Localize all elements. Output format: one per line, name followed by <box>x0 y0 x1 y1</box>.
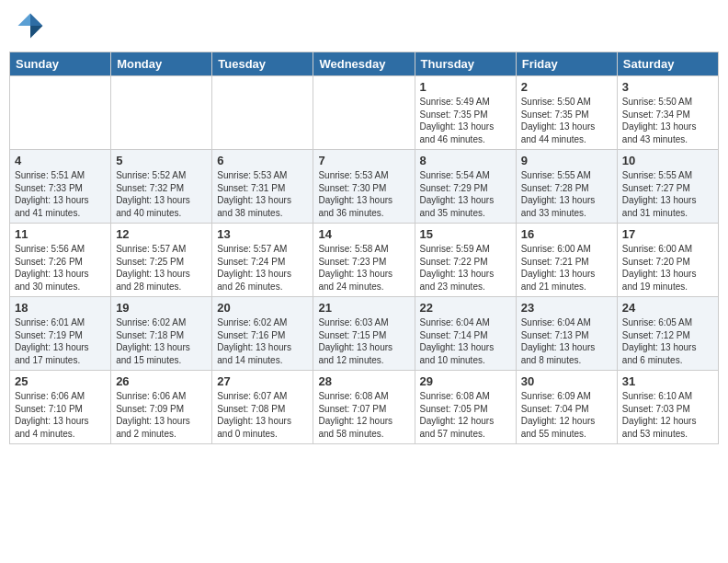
calendar-cell: 28Sunrise: 6:08 AM Sunset: 7:07 PM Dayli… <box>313 371 415 444</box>
day-number: 24 <box>622 301 713 315</box>
day-number: 12 <box>116 227 207 241</box>
day-number: 16 <box>521 227 612 241</box>
day-number: 5 <box>116 154 207 167</box>
calendar-table: SundayMondayTuesdayWednesdayThursdayFrid… <box>9 52 719 444</box>
calendar-cell: 31Sunrise: 6:10 AM Sunset: 7:03 PM Dayli… <box>617 371 718 444</box>
day-number: 14 <box>318 227 409 241</box>
logo <box>14 9 51 42</box>
logo-icon <box>14 9 47 42</box>
day-number: 31 <box>622 374 713 388</box>
calendar-cell: 5Sunrise: 5:52 AM Sunset: 7:32 PM Daylig… <box>111 150 212 224</box>
calendar-cell: 30Sunrise: 6:09 AM Sunset: 7:04 PM Dayli… <box>516 371 617 444</box>
day-number: 26 <box>116 374 207 388</box>
day-number: 2 <box>521 80 612 94</box>
day-number: 29 <box>420 374 511 388</box>
day-number: 20 <box>217 301 308 315</box>
calendar-cell: 10Sunrise: 5:55 AM Sunset: 7:27 PM Dayli… <box>617 150 718 224</box>
calendar-cell: 1Sunrise: 5:49 AM Sunset: 7:35 PM Daylig… <box>415 76 516 150</box>
day-number: 22 <box>420 301 511 315</box>
day-info: Sunrise: 5:56 AM Sunset: 7:26 PM Dayligh… <box>15 243 106 293</box>
day-info: Sunrise: 5:57 AM Sunset: 7:25 PM Dayligh… <box>116 243 207 293</box>
day-info: Sunrise: 6:02 AM Sunset: 7:18 PM Dayligh… <box>116 316 207 366</box>
calendar-cell: 24Sunrise: 6:05 AM Sunset: 7:12 PM Dayli… <box>617 297 718 371</box>
svg-marker-1 <box>18 14 31 27</box>
day-info: Sunrise: 6:06 AM Sunset: 7:10 PM Dayligh… <box>15 390 106 440</box>
day-info: Sunrise: 6:09 AM Sunset: 7:04 PM Dayligh… <box>521 390 612 440</box>
day-info: Sunrise: 6:00 AM Sunset: 7:21 PM Dayligh… <box>521 243 612 293</box>
day-info: Sunrise: 6:04 AM Sunset: 7:14 PM Dayligh… <box>420 316 511 366</box>
day-info: Sunrise: 6:01 AM Sunset: 7:19 PM Dayligh… <box>15 316 106 366</box>
day-info: Sunrise: 5:52 AM Sunset: 7:32 PM Dayligh… <box>116 169 207 219</box>
calendar-cell <box>111 76 212 150</box>
day-info: Sunrise: 5:57 AM Sunset: 7:24 PM Dayligh… <box>217 243 308 293</box>
calendar-week-row: 25Sunrise: 6:06 AM Sunset: 7:10 PM Dayli… <box>10 371 719 444</box>
day-number: 11 <box>15 227 106 241</box>
day-info: Sunrise: 5:51 AM Sunset: 7:33 PM Dayligh… <box>15 169 106 219</box>
calendar-cell: 4Sunrise: 5:51 AM Sunset: 7:33 PM Daylig… <box>10 150 111 224</box>
day-info: Sunrise: 6:02 AM Sunset: 7:16 PM Dayligh… <box>217 316 308 366</box>
day-number: 17 <box>622 227 713 241</box>
day-number: 21 <box>318 301 409 315</box>
calendar-cell: 26Sunrise: 6:06 AM Sunset: 7:09 PM Dayli… <box>111 371 212 444</box>
day-info: Sunrise: 5:53 AM Sunset: 7:31 PM Dayligh… <box>217 169 308 219</box>
calendar-cell <box>212 76 313 150</box>
calendar-cell: 6Sunrise: 5:53 AM Sunset: 7:31 PM Daylig… <box>212 150 313 224</box>
calendar-cell: 18Sunrise: 6:01 AM Sunset: 7:19 PM Dayli… <box>10 297 111 371</box>
day-info: Sunrise: 5:54 AM Sunset: 7:29 PM Dayligh… <box>420 169 511 219</box>
weekday-header-saturday: Saturday <box>617 52 718 76</box>
day-info: Sunrise: 6:03 AM Sunset: 7:15 PM Dayligh… <box>318 316 409 366</box>
calendar-cell: 12Sunrise: 5:57 AM Sunset: 7:25 PM Dayli… <box>111 224 212 297</box>
calendar-cell: 17Sunrise: 6:00 AM Sunset: 7:20 PM Dayli… <box>617 224 718 297</box>
weekday-header-sunday: Sunday <box>10 52 111 76</box>
calendar-cell: 25Sunrise: 6:06 AM Sunset: 7:10 PM Dayli… <box>10 371 111 444</box>
day-number: 3 <box>622 80 713 94</box>
day-info: Sunrise: 5:55 AM Sunset: 7:27 PM Dayligh… <box>622 169 713 219</box>
day-info: Sunrise: 5:55 AM Sunset: 7:28 PM Dayligh… <box>521 169 612 219</box>
calendar-cell <box>313 76 415 150</box>
day-info: Sunrise: 6:05 AM Sunset: 7:12 PM Dayligh… <box>622 316 713 366</box>
day-info: Sunrise: 6:00 AM Sunset: 7:20 PM Dayligh… <box>622 243 713 293</box>
calendar-cell: 11Sunrise: 5:56 AM Sunset: 7:26 PM Dayli… <box>10 224 111 297</box>
day-number: 30 <box>521 374 612 388</box>
day-info: Sunrise: 5:58 AM Sunset: 7:23 PM Dayligh… <box>318 243 409 293</box>
calendar-week-row: 11Sunrise: 5:56 AM Sunset: 7:26 PM Dayli… <box>10 224 719 297</box>
day-number: 7 <box>318 154 409 167</box>
calendar-week-row: 1Sunrise: 5:49 AM Sunset: 7:35 PM Daylig… <box>10 76 719 150</box>
calendar-cell: 15Sunrise: 5:59 AM Sunset: 7:22 PM Dayli… <box>415 224 516 297</box>
day-number: 25 <box>15 374 106 388</box>
day-info: Sunrise: 6:08 AM Sunset: 7:07 PM Dayligh… <box>318 390 409 440</box>
day-info: Sunrise: 6:10 AM Sunset: 7:03 PM Dayligh… <box>622 390 713 440</box>
calendar-cell: 22Sunrise: 6:04 AM Sunset: 7:14 PM Dayli… <box>415 297 516 371</box>
day-number: 10 <box>622 154 713 167</box>
day-number: 18 <box>15 301 106 315</box>
weekday-header-friday: Friday <box>516 52 617 76</box>
weekday-header-monday: Monday <box>111 52 212 76</box>
weekday-header-tuesday: Tuesday <box>212 52 313 76</box>
calendar-cell: 21Sunrise: 6:03 AM Sunset: 7:15 PM Dayli… <box>313 297 415 371</box>
day-number: 19 <box>116 301 207 315</box>
day-number: 23 <box>521 301 612 315</box>
calendar-cell: 9Sunrise: 5:55 AM Sunset: 7:28 PM Daylig… <box>516 150 617 224</box>
calendar-cell: 20Sunrise: 6:02 AM Sunset: 7:16 PM Dayli… <box>212 297 313 371</box>
calendar-cell: 8Sunrise: 5:54 AM Sunset: 7:29 PM Daylig… <box>415 150 516 224</box>
calendar-cell: 16Sunrise: 6:00 AM Sunset: 7:21 PM Dayli… <box>516 224 617 297</box>
day-info: Sunrise: 6:04 AM Sunset: 7:13 PM Dayligh… <box>521 316 612 366</box>
svg-marker-0 <box>30 14 43 27</box>
calendar-cell: 27Sunrise: 6:07 AM Sunset: 7:08 PM Dayli… <box>212 371 313 444</box>
day-info: Sunrise: 5:49 AM Sunset: 7:35 PM Dayligh… <box>420 96 511 145</box>
calendar-cell: 19Sunrise: 6:02 AM Sunset: 7:18 PM Dayli… <box>111 297 212 371</box>
day-number: 15 <box>420 227 511 241</box>
weekday-header-thursday: Thursday <box>415 52 516 76</box>
calendar-cell: 2Sunrise: 5:50 AM Sunset: 7:35 PM Daylig… <box>516 76 617 150</box>
day-number: 6 <box>217 154 308 167</box>
day-info: Sunrise: 5:50 AM Sunset: 7:35 PM Dayligh… <box>521 96 612 145</box>
weekday-header-row: SundayMondayTuesdayWednesdayThursdayFrid… <box>10 52 719 76</box>
calendar-cell: 23Sunrise: 6:04 AM Sunset: 7:13 PM Dayli… <box>516 297 617 371</box>
day-number: 1 <box>420 80 511 94</box>
day-info: Sunrise: 6:07 AM Sunset: 7:08 PM Dayligh… <box>217 390 308 440</box>
weekday-header-wednesday: Wednesday <box>313 52 415 76</box>
calendar-cell: 29Sunrise: 6:08 AM Sunset: 7:05 PM Dayli… <box>415 371 516 444</box>
calendar-cell <box>10 76 111 150</box>
day-info: Sunrise: 5:50 AM Sunset: 7:34 PM Dayligh… <box>622 96 713 145</box>
day-info: Sunrise: 6:06 AM Sunset: 7:09 PM Dayligh… <box>116 390 207 440</box>
